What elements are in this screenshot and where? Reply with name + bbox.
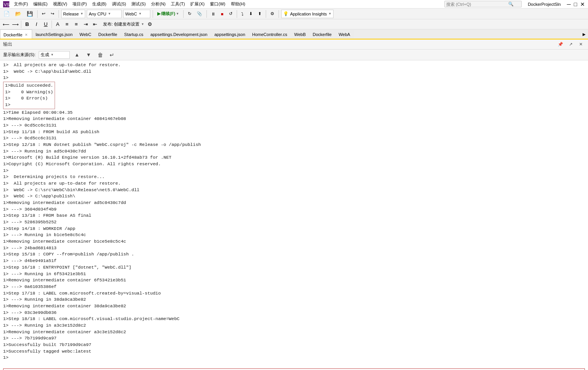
tab-webb[interactable]: WebB bbox=[291, 29, 309, 39]
decrease-indent-button[interactable]: ⇤ bbox=[91, 21, 99, 28]
tab-dockerfile-1-close[interactable]: ✕ bbox=[24, 33, 29, 37]
search-input[interactable] bbox=[446, 2, 508, 7]
toolbar-sep-2 bbox=[58, 10, 59, 18]
indent-inc-button[interactable]: ⟶ bbox=[11, 21, 19, 28]
publish-section: 发布: 创建发布设置 ▼ ⚙ bbox=[103, 21, 154, 28]
pause-button[interactable]: ⏸ bbox=[209, 10, 217, 18]
bold-button[interactable]: B bbox=[23, 21, 31, 28]
tab-weba-label: WebA bbox=[339, 32, 350, 37]
project-dropdown[interactable]: WebC ▼ bbox=[123, 10, 150, 18]
align-left-icon: ≡ bbox=[65, 21, 69, 27]
redo-button[interactable]: ↪ bbox=[49, 10, 56, 18]
open-button[interactable]: 📂 bbox=[13, 10, 23, 18]
output-title: 输出 bbox=[3, 41, 12, 48]
menu-test[interactable]: 测试(S) bbox=[129, 0, 148, 8]
tab-appsettings[interactable]: appsettings.json bbox=[211, 29, 249, 39]
menu-build[interactable]: 生成(B) bbox=[90, 0, 109, 8]
appinsights-icon: 💡 bbox=[283, 11, 289, 16]
appinsights-dropdown[interactable]: 💡 Application Insights ▼ bbox=[281, 10, 334, 18]
step-out-icon: ⬆ bbox=[258, 11, 261, 16]
step-over-button[interactable]: ⤵ bbox=[239, 10, 246, 18]
tab-homecontroller-label: HomeController.cs bbox=[252, 32, 287, 37]
menu-help[interactable]: 帮助(H) bbox=[229, 0, 248, 8]
search-box[interactable]: 🔍 bbox=[444, 1, 522, 7]
vs-icon: VS bbox=[3, 1, 9, 7]
tab-weba[interactable]: WebA bbox=[335, 29, 354, 39]
align-center-button[interactable]: ≡ bbox=[72, 21, 81, 28]
attach-button[interactable]: 📎 bbox=[195, 10, 204, 18]
align-center-icon: ≡ bbox=[75, 21, 78, 27]
menu-window[interactable]: 窗口(W) bbox=[208, 0, 228, 8]
indent-dec-button[interactable]: ⟵ bbox=[2, 21, 10, 28]
output-panel: 输出 📌 ↗ ✕ 显示输出来源(S): 生成 ▼ ▲ ▼ 🗑 ↵ 1> All … bbox=[0, 39, 588, 370]
publish-arrow-icon[interactable]: ▼ bbox=[141, 22, 144, 26]
tab-dockerfile-3[interactable]: Dockerfile bbox=[309, 29, 335, 39]
align-left-button[interactable]: ≡ bbox=[63, 21, 71, 28]
tab-launchsettings[interactable]: launchSettings.json bbox=[32, 29, 76, 39]
publish-settings-button[interactable]: ⚙ bbox=[146, 21, 154, 28]
tab-homecontroller[interactable]: HomeController.cs bbox=[249, 29, 291, 39]
tab-startup[interactable]: Startup.cs bbox=[121, 29, 147, 39]
menu-project[interactable]: 项目(P) bbox=[70, 0, 89, 8]
restart-button[interactable]: ↺ bbox=[227, 10, 234, 18]
platform-label: Any CPU bbox=[89, 12, 106, 16]
search-icon: 🔍 bbox=[508, 2, 514, 7]
menu-edit[interactable]: 编辑(E) bbox=[31, 0, 50, 8]
scroll-down-button[interactable]: ▼ bbox=[84, 51, 93, 59]
tab-appsettings-dev[interactable]: appsettings.Development.json bbox=[147, 29, 211, 39]
new-button[interactable]: 📄 bbox=[2, 10, 12, 18]
maximize-button[interactable]: □ bbox=[574, 1, 577, 7]
step-into-button[interactable]: ⬇ bbox=[247, 10, 254, 18]
new-icon: 📄 bbox=[3, 11, 10, 17]
run-button[interactable]: ▶ 继续(F) ▼ bbox=[155, 10, 181, 18]
menu-extensions[interactable]: 扩展(X) bbox=[188, 0, 207, 8]
tab-webc[interactable]: WebC bbox=[76, 29, 95, 39]
clear-output-button[interactable]: 🗑 bbox=[96, 51, 105, 59]
italic-icon: I bbox=[36, 21, 37, 27]
save-button[interactable]: 💾 bbox=[25, 10, 35, 18]
restart-icon: ↺ bbox=[229, 11, 232, 16]
tab-dockerfile-1[interactable]: Dockerfile ✕ bbox=[0, 29, 32, 39]
diag-icon: ⚙ bbox=[270, 11, 274, 16]
scroll-up-button[interactable]: ▲ bbox=[73, 51, 81, 59]
indent-button[interactable]: ⇥ bbox=[81, 21, 90, 28]
open-icon: 📂 bbox=[15, 11, 21, 17]
toolbar-sep-3 bbox=[153, 10, 153, 18]
toolbar-sep-5 bbox=[206, 10, 207, 18]
tab-dockerfile-2[interactable]: Dockerfile bbox=[95, 29, 121, 39]
output-content[interactable]: 1> All projects are up-to-date for resto… bbox=[0, 60, 588, 370]
color-button[interactable]: A bbox=[53, 21, 62, 28]
stop-button[interactable]: ■ bbox=[219, 10, 225, 18]
menu-analyze[interactable]: 分析(N) bbox=[149, 0, 168, 8]
menu-tools[interactable]: 工具(T) bbox=[168, 0, 187, 8]
output-float-button[interactable]: ↗ bbox=[566, 41, 575, 48]
output-source-dropdown[interactable]: 生成 ▼ bbox=[39, 51, 70, 59]
word-wrap-button[interactable]: ↵ bbox=[108, 51, 116, 59]
menu-file[interactable]: 文件(F) bbox=[12, 0, 30, 8]
menu-debug[interactable]: 调试(S) bbox=[110, 0, 129, 8]
output-source-value: 生成 bbox=[41, 52, 49, 58]
diag-button[interactable]: ⚙ bbox=[268, 10, 276, 18]
underline-button[interactable]: U bbox=[41, 21, 50, 28]
refresh-button[interactable]: ↻ bbox=[186, 10, 193, 18]
platform-dropdown[interactable]: Any CPU ▼ bbox=[87, 10, 122, 18]
step-out-button[interactable]: ⬆ bbox=[256, 10, 263, 18]
run-label: 继续(F) bbox=[161, 11, 175, 17]
format-toolbar: ⟵ ⟶ B I U A ≡ ≡ ⇥ ⇤ 发布: 创建发布设置 ▼ ⚙ bbox=[0, 19, 588, 29]
publish-settings-icon: ⚙ bbox=[148, 21, 152, 27]
menu-view[interactable]: 视图(V) bbox=[51, 0, 70, 8]
tab-dockerfile-3-label: Dockerfile bbox=[313, 32, 332, 37]
output-pin-button[interactable]: 📌 bbox=[556, 41, 565, 48]
tabs-scroll-button[interactable]: ▶ bbox=[580, 32, 588, 36]
undo-button[interactable]: ↩ bbox=[40, 10, 47, 18]
bold-icon: B bbox=[25, 21, 29, 27]
italic-button[interactable]: I bbox=[32, 21, 41, 28]
tab-appsettings-label: appsettings.json bbox=[215, 32, 246, 37]
minimize-button[interactable]: ─ bbox=[567, 1, 571, 7]
save-icon: 💾 bbox=[27, 11, 33, 17]
decrease-indent-icon: ⇤ bbox=[93, 21, 97, 27]
close-button[interactable]: ✕ bbox=[580, 1, 585, 7]
output-close-button[interactable]: ✕ bbox=[576, 41, 585, 48]
configuration-dropdown[interactable]: Release ▼ bbox=[61, 10, 85, 18]
platform-arrow-icon: ▼ bbox=[108, 12, 111, 15]
